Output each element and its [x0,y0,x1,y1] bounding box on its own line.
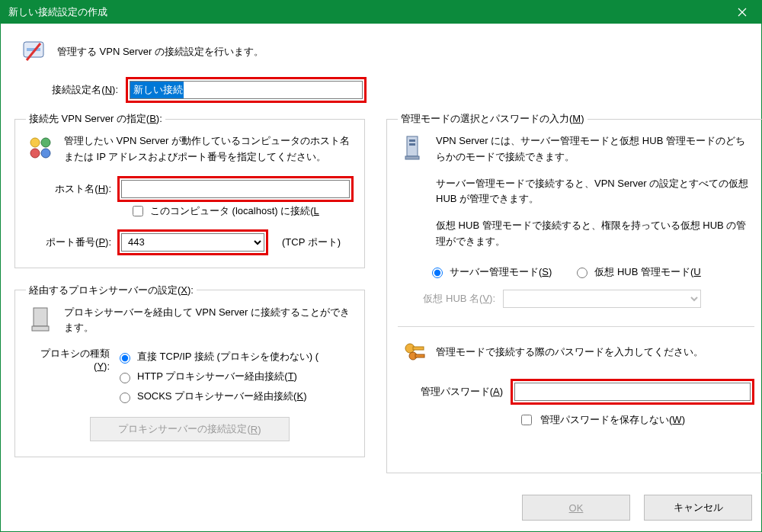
close-button[interactable] [723,1,761,24]
svg-rect-12 [405,156,419,159]
svg-point-7 [30,149,40,158]
hub-name-label: 仮想 HUB 名(V): [404,292,495,306]
proxy-desc: プロキシサーバーを経由して VPN Server に接続することができます。 [64,305,354,337]
port-highlight: 443 [117,229,268,255]
proxy-legend: 経由するプロキシサーバーの設定(X): [26,284,197,297]
cancel-button[interactable]: キャンセル [644,495,752,521]
svg-rect-16 [413,347,424,350]
destination-desc: 管理したい VPN Server が動作しているコンピュータのホスト名または I… [64,133,354,165]
destination-legend: 接続先 VPN Server の指定(B): [26,112,165,126]
mode-group: 管理モードの選択とパスワードの入力(M) VPN Server には、サーバー管… [386,112,762,473]
host-highlight [117,176,354,202]
proxy-group: 経由するプロキシサーバーの設定(X): プロキシサーバーを経由して VPN Se… [14,284,365,458]
password-input[interactable] [514,383,751,401]
window-title: 新しい接続設定の作成 [8,5,723,19]
svg-rect-14 [409,143,415,146]
keys-icon [402,339,428,365]
password-highlight [511,379,754,405]
setting-name-input[interactable] [130,81,363,99]
proxy-server-icon [26,305,55,334]
proxy-radio-socks[interactable]: SOCKS プロキシサーバー経由接続(K) [116,389,319,403]
proxy-type-label: プロキシの種類(Y): [26,347,110,372]
proxy-radio-http[interactable]: HTTP プロキシサーバー経由接続(T) [116,370,319,383]
mode-desc-2: サーバー管理モードで接続すると、VPN Server の設定とすべての仮想 HU… [436,176,754,208]
port-select[interactable]: 443 [121,233,264,252]
destination-group: 接続先 VPN Server の指定(B): 管理したい VPN Server … [14,112,365,268]
hub-name-select [503,290,701,308]
port-label: ポート番号(P): [26,236,111,249]
server-connection-icon [19,37,48,66]
save-password-checkbox[interactable] [521,415,532,425]
localhost-label: このコンピュータ (localhost) に接続(L [150,204,319,218]
svg-rect-9 [34,308,47,326]
svg-point-5 [30,138,40,147]
password-label: 管理パスワード(A) [404,385,503,399]
proxy-settings-button: プロキシサーバーの接続設定(R) [90,417,290,441]
tcp-port-note: (TCP ポート) [282,236,341,249]
svg-rect-10 [32,326,49,331]
host-input[interactable] [121,180,350,198]
svg-rect-18 [415,354,424,357]
setting-name-label: 接続設定名(N): [33,83,118,97]
svg-rect-11 [407,136,418,156]
mode-radio-hub[interactable]: 仮想 HUB 管理モード(U [573,265,700,279]
svg-rect-13 [409,139,415,142]
save-password-label: 管理パスワードを保存しない(W) [540,413,685,427]
password-intro: 管理モードで接続する際のパスワードを入力してください。 [436,345,703,359]
mode-legend: 管理モードの選択とパスワードの入力(M) [398,112,588,126]
network-icon [26,133,55,162]
svg-point-8 [41,149,50,158]
separator [398,326,754,327]
server-tower-icon [398,133,427,162]
titlebar: 新しい接続設定の作成 [1,1,761,24]
svg-point-6 [41,138,50,147]
proxy-radio-direct[interactable]: 直接 TCP/IP 接続 (プロキシを使わない) ( [116,350,319,364]
host-label: ホスト名(H): [26,182,111,196]
mode-desc-3: 仮想 HUB 管理モードで接続すると、権限を持っている仮想 HUB の管理ができ… [436,218,754,250]
intro-text: 管理する VPN Server の接続設定を行います。 [57,45,264,59]
setting-name-highlight [126,77,367,103]
mode-desc-1: VPN Server には、サーバー管理モードと仮想 HUB 管理モードのどちら… [436,133,754,165]
mode-radio-server[interactable]: サーバー管理モード(S) [428,265,552,279]
localhost-checkbox[interactable] [133,206,143,216]
ok-button[interactable]: OK [522,495,630,521]
